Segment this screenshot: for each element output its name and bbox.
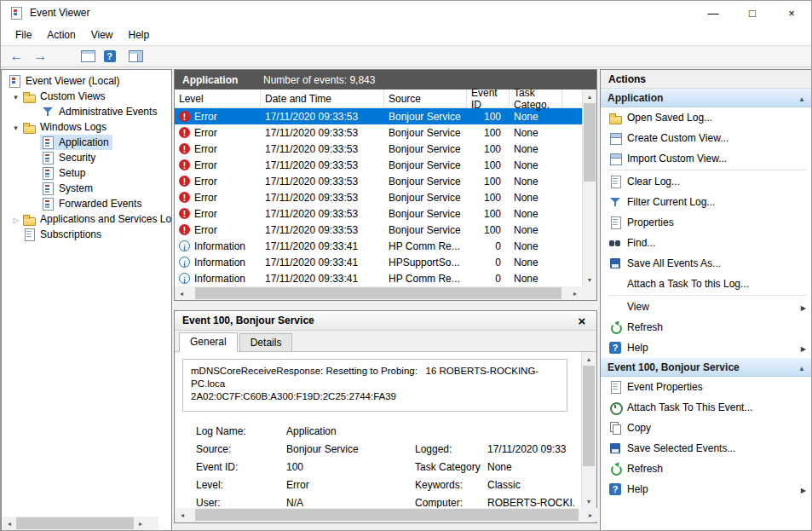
event-row[interactable]: Error 17/11/2020 09:33:53 Bonjour Servic… — [175, 141, 596, 157]
tree-item-applications-and-services[interactable]: Applications and Services Lo — [2, 211, 171, 227]
window-controls: — □ × — [694, 1, 811, 25]
scrollbar-thumb[interactable] — [16, 517, 134, 529]
scroll-up-icon[interactable] — [583, 89, 596, 103]
column-event-id[interactable]: Event ID — [467, 89, 510, 107]
column-datetime[interactable]: Date and Time — [261, 89, 384, 107]
action-create-custom-view[interactable]: Create Custom View... — [601, 128, 812, 148]
action-label: Import Custom View... — [627, 153, 727, 164]
action-attach-task-to-log[interactable]: Attach a Task To this Log... — [601, 274, 812, 294]
tree-item-subscriptions[interactable]: Subscriptions — [2, 227, 171, 242]
action-properties[interactable]: Properties — [601, 212, 812, 233]
collapsed-arrow-icon[interactable] — [10, 213, 21, 225]
scrollbar-thumb[interactable] — [584, 103, 596, 182]
tree-item-windows-logs[interactable]: Windows Logs — [2, 119, 171, 135]
events-horizontal-scrollbar[interactable] — [175, 286, 582, 300]
show-hide-console-tree-button[interactable] — [54, 47, 75, 66]
detail-horizontal-scrollbar[interactable] — [176, 508, 597, 522]
action-filter-current-log[interactable]: Filter Current Log... — [601, 192, 812, 212]
event-row[interactable]: Information 17/11/2020 09:33:41 HPSuppor… — [175, 254, 596, 270]
event-row[interactable]: Error 17/11/2020 09:33:53 Bonjour Servic… — [175, 222, 596, 238]
action-refresh-event[interactable]: Refresh — [601, 459, 812, 479]
event-id-text: 100 — [467, 127, 510, 139]
scroll-down-icon[interactable] — [583, 273, 596, 286]
tree-item-application[interactable]: Application — [2, 135, 171, 150]
detail-vertical-scrollbar[interactable] — [581, 352, 596, 508]
tree-item-label: Applications and Services Lo — [40, 213, 171, 225]
action-help[interactable]: Help — [601, 338, 812, 358]
expand-arrow-icon[interactable] — [10, 121, 21, 133]
tree-item-administrative-events[interactable]: Administrative Events — [2, 104, 171, 119]
action-save-selected-events[interactable]: Save Selected Events... — [601, 438, 812, 459]
action-import-custom-view[interactable]: Import Custom View... — [601, 148, 812, 169]
event-row[interactable]: Error 17/11/2020 09:33:53 Bonjour Servic… — [175, 157, 596, 173]
close-button[interactable]: × — [772, 1, 811, 25]
column-source[interactable]: Source — [384, 89, 467, 107]
menu-help[interactable]: Help — [121, 26, 158, 43]
show-hide-action-pane-button[interactable] — [125, 47, 147, 66]
action-find[interactable]: Find... — [601, 233, 812, 253]
tree-item-forwarded-events[interactable]: Forwarded Events — [2, 196, 171, 211]
log-name-label: Log Name: — [182, 422, 276, 440]
events-vertical-scrollbar[interactable] — [582, 89, 596, 286]
scroll-left-icon[interactable] — [3, 517, 16, 530]
event-row[interactable]: Information 17/11/2020 09:33:41 HP Comm … — [175, 270, 596, 286]
action-refresh[interactable]: Refresh — [601, 317, 812, 338]
tree-item-security[interactable]: Security — [2, 150, 171, 165]
scrollbar-thumb[interactable] — [583, 366, 595, 466]
actions-section-event[interactable]: Event 100, Bonjour Service — [601, 358, 812, 377]
menu-file[interactable]: File — [8, 26, 39, 43]
event-row[interactable]: Information 17/11/2020 09:33:41 HP Comm … — [175, 238, 596, 254]
event-row[interactable]: Error 17/11/2020 09:33:53 Bonjour Servic… — [175, 124, 596, 141]
event-properties-icon — [608, 380, 622, 394]
action-copy[interactable]: Copy — [601, 418, 812, 438]
tab-general[interactable]: General — [179, 332, 238, 352]
event-row[interactable]: Error 17/11/2020 09:33:53 Bonjour Servic… — [175, 205, 596, 222]
scroll-right-icon[interactable] — [568, 286, 582, 300]
forward-button[interactable] — [30, 47, 51, 66]
action-open-saved-log[interactable]: Open Saved Log... — [601, 107, 812, 128]
tree-item-root[interactable]: Event Viewer (Local) — [2, 73, 171, 89]
maximize-button[interactable]: □ — [733, 1, 772, 25]
action-help-event[interactable]: Help — [601, 479, 812, 499]
event-row[interactable]: Error 17/11/2020 09:33:53 Bonjour Servic… — [175, 108, 596, 124]
actions-section-application[interactable]: Application — [601, 89, 812, 107]
minimize-button[interactable]: — — [694, 1, 733, 25]
action-view[interactable]: View — [601, 297, 812, 317]
scroll-down-icon[interactable] — [582, 494, 596, 508]
event-row[interactable]: Error 17/11/2020 09:33:53 Bonjour Servic… — [175, 189, 596, 205]
detail-tabs: General Details — [175, 331, 596, 352]
scroll-left-icon[interactable] — [175, 286, 188, 300]
action-save-all-events-as[interactable]: Save All Events As... — [601, 253, 812, 274]
tree-item-setup[interactable]: Setup — [2, 165, 171, 181]
scroll-right-icon[interactable] — [134, 517, 147, 530]
scroll-right-icon[interactable] — [584, 508, 597, 522]
tree-item-system[interactable]: System — [2, 181, 171, 196]
tab-details[interactable]: Details — [239, 333, 293, 351]
scrollbar-thumb[interactable] — [195, 509, 579, 521]
menu-view[interactable]: View — [84, 26, 121, 43]
log-name-value: Application — [276, 422, 404, 440]
action-attach-task-to-event[interactable]: Attach Task To This Event... — [601, 397, 812, 418]
action-event-properties[interactable]: Event Properties — [601, 377, 812, 397]
scroll-left-icon[interactable] — [176, 508, 189, 522]
event-row[interactable]: Error 17/11/2020 09:33:53 Bonjour Servic… — [175, 173, 596, 189]
tree-horizontal-scrollbar[interactable] — [3, 517, 158, 530]
detail-close-icon[interactable] — [573, 314, 591, 328]
event-message[interactable]: mDNSCoreReceiveResponse: Resetting to Pr… — [182, 359, 567, 412]
help-toolbar-button[interactable] — [101, 47, 123, 66]
action-label: View — [627, 301, 649, 313]
column-task-category[interactable]: Task Catego. — [510, 89, 562, 107]
event-id-value: 100 — [276, 458, 404, 476]
collapse-icon[interactable] — [798, 92, 805, 104]
source-text: Bonjour Service — [384, 224, 467, 236]
scrollbar-thumb[interactable] — [195, 287, 561, 299]
action-clear-log[interactable]: Clear Log... — [601, 171, 812, 192]
expand-arrow-icon[interactable] — [10, 90, 21, 102]
back-button[interactable] — [6, 47, 27, 66]
properties-toolbar-button[interactable] — [78, 47, 99, 66]
menu-action[interactable]: Action — [39, 26, 83, 43]
column-level[interactable]: Level — [175, 89, 261, 107]
scroll-up-icon[interactable] — [582, 352, 596, 366]
collapse-icon[interactable] — [798, 361, 805, 373]
tree-item-custom-views[interactable]: Custom Views — [2, 89, 171, 104]
